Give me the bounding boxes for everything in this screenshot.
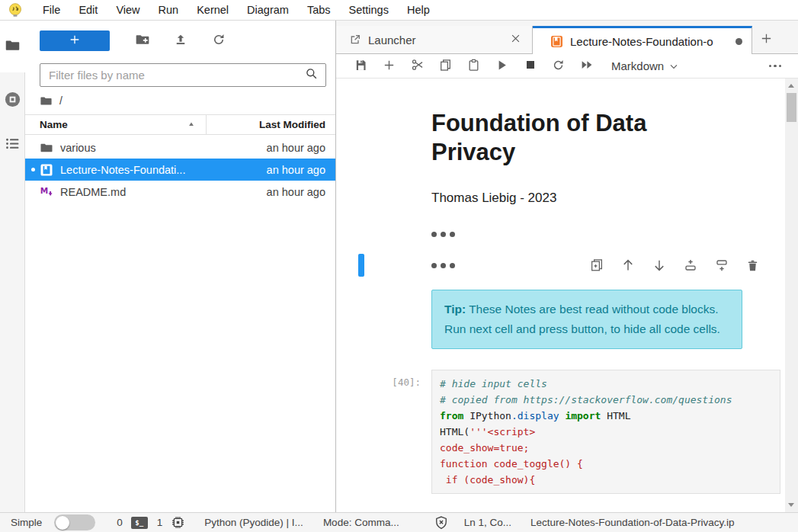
scroll-up-arrow-icon[interactable] xyxy=(788,84,794,88)
notebook-byline: Thomas Liebig - 2023 xyxy=(431,190,780,207)
file-name: various xyxy=(60,142,267,154)
new-folder-button[interactable] xyxy=(123,29,162,52)
cursor-position-label[interactable]: Ln 1, Co... xyxy=(464,517,511,528)
restart-icon xyxy=(552,59,565,74)
collapsed-cell[interactable] xyxy=(336,226,798,242)
file-row-readme[interactable]: M README.md an hour ago xyxy=(25,181,335,203)
menu-view[interactable]: View xyxy=(107,4,149,16)
menu-file[interactable]: File xyxy=(34,4,69,16)
file-list-header: Name Last Modified xyxy=(25,114,335,135)
more-commands-icon[interactable] xyxy=(769,65,782,68)
code-line: HTML('''<script> xyxy=(440,424,772,440)
menu-settings[interactable]: Settings xyxy=(340,4,398,16)
run-cell-button[interactable] xyxy=(488,54,516,79)
new-launcher-button[interactable] xyxy=(40,30,110,51)
insert-cell-above-icon[interactable] xyxy=(684,258,697,272)
code-editor[interactable]: # hide input cells# copied from https://… xyxy=(431,370,780,494)
refresh-button[interactable] xyxy=(200,29,238,52)
cell-gutter xyxy=(336,290,431,349)
sidebar-tab-file-browser[interactable] xyxy=(0,21,25,72)
notebook-icon xyxy=(40,163,53,177)
restart-run-all-button[interactable] xyxy=(572,54,601,79)
search-icon xyxy=(304,66,319,84)
command-mode-label[interactable]: Mode: Comma... xyxy=(323,517,399,528)
new-folder-icon xyxy=(135,32,150,50)
simple-mode-toggle[interactable] xyxy=(54,514,95,530)
code-line: code_show=true; xyxy=(440,440,772,456)
folder-icon xyxy=(5,37,21,56)
terminal-icon: $_ xyxy=(131,517,148,529)
sidebar-tab-running-sessions[interactable] xyxy=(4,91,21,111)
file-modified: an hour ago xyxy=(267,186,325,198)
file-filter-input[interactable] xyxy=(42,69,304,82)
kernel-status-label[interactable]: Python (Pyodide) | I... xyxy=(204,517,303,528)
vertical-scrollbar[interactable] xyxy=(785,79,798,512)
menu-help[interactable]: Help xyxy=(398,4,439,16)
name-column-label: Name xyxy=(40,119,68,130)
breadcrumb-root[interactable]: / xyxy=(59,95,62,107)
scroll-down-arrow-icon[interactable] xyxy=(788,503,794,507)
cell-type-dropdown[interactable]: Markdown xyxy=(611,59,680,72)
upload-button[interactable] xyxy=(162,29,200,52)
move-cell-up-icon[interactable] xyxy=(621,258,635,272)
tab-label: Lecture-Notes-Foundation-o xyxy=(570,35,729,48)
tip-label: Tip: xyxy=(444,303,466,316)
collapsed-cell-ellipsis-icon[interactable] xyxy=(431,232,780,237)
run-icon xyxy=(495,59,508,74)
stop-kernel-button[interactable] xyxy=(516,54,544,79)
sort-ascending-icon xyxy=(187,119,195,130)
code-line: from IPython.display import HTML xyxy=(440,408,772,424)
sidebar-tab-table-of-contents[interactable] xyxy=(5,136,21,155)
modified-column-label: Last Modified xyxy=(259,119,325,130)
notebook-toolbar: Markdown xyxy=(336,54,798,79)
restart-kernel-button[interactable] xyxy=(544,54,572,79)
file-row-various[interactable]: various an hour ago xyxy=(25,136,335,159)
plus-icon xyxy=(760,32,773,47)
scrollbar-thumb[interactable] xyxy=(787,93,796,122)
insert-cell-below-icon[interactable] xyxy=(715,258,729,272)
insert-cell-button[interactable] xyxy=(375,54,403,79)
menu-edit[interactable]: Edit xyxy=(69,4,107,16)
terminals-count[interactable]: 0 xyxy=(117,517,123,528)
stop-icon xyxy=(524,59,537,73)
status-bar: Simple 0 $_ 1 Python (Pyodide) | I... Mo… xyxy=(0,512,798,532)
running-sessions-icon xyxy=(4,98,21,111)
unsaved-changes-dot-icon xyxy=(736,38,742,45)
tab-label: Launcher xyxy=(368,34,500,46)
menu-kernel[interactable]: Kernel xyxy=(187,4,238,16)
execution-count: [40]: xyxy=(392,370,421,388)
markdown-cell-tip[interactable]: Tip: These Notes are best read without c… xyxy=(336,290,798,349)
kernels-count[interactable]: 1 xyxy=(157,517,163,528)
breadcrumb: / xyxy=(25,87,335,114)
home-folder-icon[interactable] xyxy=(40,95,53,107)
menu-tabs[interactable]: Tabs xyxy=(298,4,340,16)
menu-diagram[interactable]: Diagram xyxy=(238,4,298,16)
cell-type-value: Markdown xyxy=(611,59,664,72)
cut-cells-button[interactable] xyxy=(403,54,431,79)
code-cell[interactable]: [40]: # hide input cells# copied from ht… xyxy=(336,370,798,494)
menu-run[interactable]: Run xyxy=(149,4,188,16)
duplicate-cell-icon[interactable] xyxy=(590,258,604,272)
save-button[interactable] xyxy=(347,54,375,79)
trust-shield-icon[interactable] xyxy=(434,515,449,530)
copy-cells-button[interactable] xyxy=(431,54,460,79)
file-name: README.md xyxy=(60,186,267,198)
notebook-content: Foundation of Data Privacy Thomas Liebig… xyxy=(336,79,798,512)
jupyterlite-logo-icon xyxy=(8,2,23,18)
collapsed-cell-selected[interactable] xyxy=(336,254,798,277)
file-row-lecture-notes[interactable]: Lecture-Notes-Foundati... an hour ago xyxy=(25,159,335,181)
column-header-modified[interactable]: Last Modified xyxy=(207,115,335,134)
collapsed-cell-ellipsis-icon[interactable] xyxy=(431,263,455,268)
column-header-name[interactable]: Name xyxy=(25,115,207,134)
paste-cells-button[interactable] xyxy=(460,54,488,79)
simple-mode-label: Simple xyxy=(11,517,42,528)
close-tab-icon[interactable] xyxy=(507,33,524,46)
code-line: if (code_show){ xyxy=(440,472,772,488)
move-cell-down-icon[interactable] xyxy=(652,258,666,272)
tab-notebook[interactable]: Lecture-Notes-Foundation-o xyxy=(533,26,752,54)
cell-toolbar xyxy=(590,258,759,272)
markdown-cell-title[interactable]: Foundation of Data Privacy Thomas Liebig… xyxy=(336,109,798,207)
tab-launcher[interactable]: Launcher xyxy=(336,26,533,53)
new-tab-button[interactable] xyxy=(752,26,780,53)
delete-cell-icon[interactable] xyxy=(746,259,759,272)
